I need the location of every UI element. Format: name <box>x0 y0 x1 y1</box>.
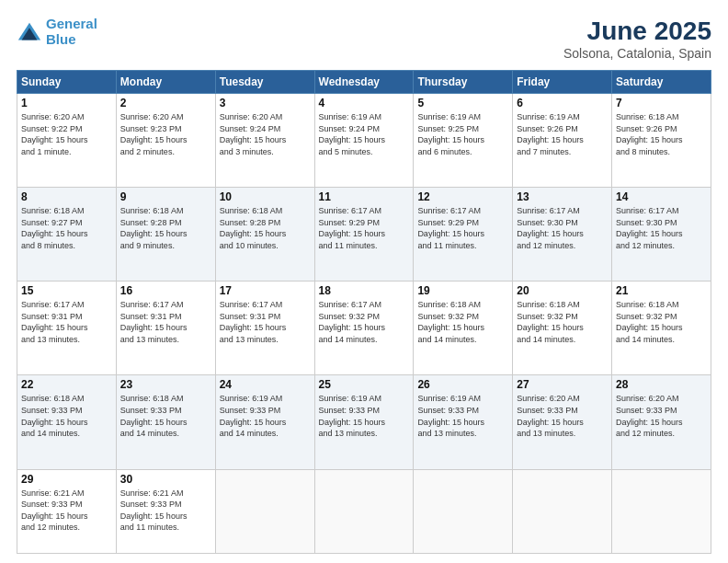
day-info: Sunrise: 6:19 AM Sunset: 9:33 PM Dayligh… <box>417 393 508 439</box>
calendar-week-row-2: 8Sunrise: 6:18 AM Sunset: 9:27 PM Daylig… <box>17 188 711 282</box>
day-number: 10 <box>220 190 311 203</box>
day-number: 3 <box>220 97 311 109</box>
calendar-cell: 18Sunrise: 6:17 AM Sunset: 9:32 PM Dayli… <box>314 282 414 375</box>
calendar-cell <box>612 469 711 553</box>
day-info: Sunrise: 6:19 AM Sunset: 9:26 PM Dayligh… <box>517 111 608 157</box>
logo-general: General <box>46 16 97 31</box>
page: General Blue June 2025 Solsona, Cataloni… <box>0 0 728 563</box>
calendar-cell <box>513 469 612 553</box>
calendar-cell: 16Sunrise: 6:17 AM Sunset: 9:31 PM Dayli… <box>116 282 215 375</box>
calendar-week-row-4: 22Sunrise: 6:18 AM Sunset: 9:33 PM Dayli… <box>17 375 711 469</box>
calendar-cell: 8Sunrise: 6:18 AM Sunset: 9:27 PM Daylig… <box>17 188 117 282</box>
day-info: Sunrise: 6:18 AM Sunset: 9:26 PM Dayligh… <box>616 111 707 157</box>
day-info: Sunrise: 6:17 AM Sunset: 9:30 PM Dayligh… <box>616 205 707 251</box>
day-info: Sunrise: 6:18 AM Sunset: 9:27 PM Dayligh… <box>21 205 112 251</box>
day-number: 22 <box>21 378 112 391</box>
calendar-cell: 2Sunrise: 6:20 AM Sunset: 9:23 PM Daylig… <box>116 94 215 188</box>
calendar-header-sunday: Sunday <box>17 71 117 94</box>
calendar-cell: 30Sunrise: 6:21 AM Sunset: 9:33 PM Dayli… <box>116 469 215 553</box>
logo-icon <box>17 19 42 45</box>
day-number: 2 <box>120 97 211 109</box>
day-info: Sunrise: 6:18 AM Sunset: 9:28 PM Dayligh… <box>220 205 311 251</box>
day-info: Sunrise: 6:21 AM Sunset: 9:33 PM Dayligh… <box>21 488 112 534</box>
day-info: Sunrise: 6:17 AM Sunset: 9:29 PM Dayligh… <box>319 205 410 251</box>
day-number: 26 <box>417 378 508 391</box>
header: General Blue June 2025 Solsona, Cataloni… <box>17 17 711 61</box>
day-info: Sunrise: 6:18 AM Sunset: 9:33 PM Dayligh… <box>120 393 211 439</box>
calendar-cell: 1Sunrise: 6:20 AM Sunset: 9:22 PM Daylig… <box>17 94 117 188</box>
day-number: 14 <box>616 190 707 203</box>
day-info: Sunrise: 6:20 AM Sunset: 9:24 PM Dayligh… <box>220 111 311 157</box>
day-info: Sunrise: 6:17 AM Sunset: 9:29 PM Dayligh… <box>417 205 508 251</box>
day-info: Sunrise: 6:19 AM Sunset: 9:33 PM Dayligh… <box>319 393 410 439</box>
day-number: 17 <box>220 284 311 297</box>
calendar-cell: 17Sunrise: 6:17 AM Sunset: 9:31 PM Dayli… <box>215 282 314 375</box>
day-info: Sunrise: 6:19 AM Sunset: 9:33 PM Dayligh… <box>220 393 311 439</box>
day-info: Sunrise: 6:20 AM Sunset: 9:22 PM Dayligh… <box>21 111 112 157</box>
calendar-week-row-3: 15Sunrise: 6:17 AM Sunset: 9:31 PM Dayli… <box>17 282 711 375</box>
subtitle: Solsona, Catalonia, Spain <box>563 46 711 61</box>
calendar-cell: 26Sunrise: 6:19 AM Sunset: 9:33 PM Dayli… <box>414 375 513 469</box>
calendar-header-monday: Monday <box>116 71 215 94</box>
day-number: 11 <box>319 190 410 203</box>
calendar-cell: 7Sunrise: 6:18 AM Sunset: 9:26 PM Daylig… <box>612 94 711 188</box>
day-info: Sunrise: 6:17 AM Sunset: 9:32 PM Dayligh… <box>319 299 410 345</box>
calendar-cell: 10Sunrise: 6:18 AM Sunset: 9:28 PM Dayli… <box>215 188 314 282</box>
calendar-cell: 23Sunrise: 6:18 AM Sunset: 9:33 PM Dayli… <box>116 375 215 469</box>
day-info: Sunrise: 6:18 AM Sunset: 9:32 PM Dayligh… <box>616 299 707 345</box>
day-info: Sunrise: 6:17 AM Sunset: 9:31 PM Dayligh… <box>120 299 211 345</box>
calendar-week-row-1: 1Sunrise: 6:20 AM Sunset: 9:22 PM Daylig… <box>17 94 711 188</box>
title-block: June 2025 Solsona, Catalonia, Spain <box>563 17 711 61</box>
logo: General Blue <box>17 17 97 47</box>
calendar-week-row-5: 29Sunrise: 6:21 AM Sunset: 9:33 PM Dayli… <box>17 469 711 553</box>
calendar-cell: 29Sunrise: 6:21 AM Sunset: 9:33 PM Dayli… <box>17 469 117 553</box>
day-number: 7 <box>616 97 707 109</box>
day-info: Sunrise: 6:17 AM Sunset: 9:31 PM Dayligh… <box>21 299 112 345</box>
calendar-cell: 13Sunrise: 6:17 AM Sunset: 9:30 PM Dayli… <box>513 188 612 282</box>
calendar-cell <box>314 469 414 553</box>
calendar-cell: 27Sunrise: 6:20 AM Sunset: 9:33 PM Dayli… <box>513 375 612 469</box>
day-info: Sunrise: 6:21 AM Sunset: 9:33 PM Dayligh… <box>120 488 211 534</box>
day-number: 24 <box>220 378 311 391</box>
calendar-cell: 4Sunrise: 6:19 AM Sunset: 9:24 PM Daylig… <box>314 94 414 188</box>
day-info: Sunrise: 6:19 AM Sunset: 9:24 PM Dayligh… <box>319 111 410 157</box>
day-info: Sunrise: 6:18 AM Sunset: 9:32 PM Dayligh… <box>417 299 508 345</box>
day-number: 28 <box>616 378 707 391</box>
day-info: Sunrise: 6:20 AM Sunset: 9:23 PM Dayligh… <box>120 111 211 157</box>
calendar-table: SundayMondayTuesdayWednesdayThursdayFrid… <box>17 70 711 554</box>
calendar-cell: 21Sunrise: 6:18 AM Sunset: 9:32 PM Dayli… <box>612 282 711 375</box>
day-number: 21 <box>616 284 707 297</box>
calendar-cell: 19Sunrise: 6:18 AM Sunset: 9:32 PM Dayli… <box>414 282 513 375</box>
logo-text: General Blue <box>46 17 97 47</box>
day-info: Sunrise: 6:18 AM Sunset: 9:32 PM Dayligh… <box>517 299 608 345</box>
day-info: Sunrise: 6:17 AM Sunset: 9:31 PM Dayligh… <box>220 299 311 345</box>
calendar-cell <box>414 469 513 553</box>
calendar-header-friday: Friday <box>513 71 612 94</box>
calendar-cell: 22Sunrise: 6:18 AM Sunset: 9:33 PM Dayli… <box>17 375 117 469</box>
logo-blue: Blue <box>46 32 97 48</box>
day-number: 25 <box>319 378 410 391</box>
calendar-cell: 28Sunrise: 6:20 AM Sunset: 9:33 PM Dayli… <box>612 375 711 469</box>
calendar-cell: 25Sunrise: 6:19 AM Sunset: 9:33 PM Dayli… <box>314 375 414 469</box>
calendar-header-thursday: Thursday <box>414 71 513 94</box>
main-title: June 2025 <box>563 17 711 46</box>
calendar-cell: 3Sunrise: 6:20 AM Sunset: 9:24 PM Daylig… <box>215 94 314 188</box>
day-number: 18 <box>319 284 410 297</box>
calendar-header-row: SundayMondayTuesdayWednesdayThursdayFrid… <box>17 71 711 94</box>
calendar-cell: 24Sunrise: 6:19 AM Sunset: 9:33 PM Dayli… <box>215 375 314 469</box>
calendar-cell: 14Sunrise: 6:17 AM Sunset: 9:30 PM Dayli… <box>612 188 711 282</box>
day-number: 30 <box>120 473 211 486</box>
day-number: 13 <box>517 190 608 203</box>
day-number: 20 <box>517 284 608 297</box>
day-number: 29 <box>21 473 112 486</box>
calendar-cell: 9Sunrise: 6:18 AM Sunset: 9:28 PM Daylig… <box>116 188 215 282</box>
day-number: 8 <box>21 190 112 203</box>
day-number: 9 <box>120 190 211 203</box>
day-number: 23 <box>120 378 211 391</box>
day-number: 15 <box>21 284 112 297</box>
calendar-cell: 20Sunrise: 6:18 AM Sunset: 9:32 PM Dayli… <box>513 282 612 375</box>
calendar-cell <box>215 469 314 553</box>
calendar-header-saturday: Saturday <box>612 71 711 94</box>
day-info: Sunrise: 6:18 AM Sunset: 9:28 PM Dayligh… <box>120 205 211 251</box>
day-info: Sunrise: 6:18 AM Sunset: 9:33 PM Dayligh… <box>21 393 112 439</box>
